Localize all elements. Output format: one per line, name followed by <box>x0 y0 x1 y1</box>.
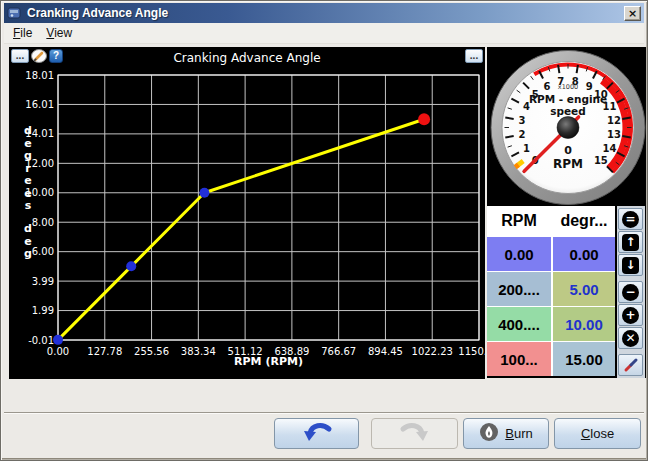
delete-button[interactable]: ✕ <box>618 327 643 349</box>
gauge-number: 12 <box>607 115 621 126</box>
move-down-button[interactable]: ↓ <box>618 254 643 276</box>
app-icon <box>7 6 23 21</box>
table-cell-r2c0[interactable]: 400.... <box>487 307 551 341</box>
table-cell-r2c1[interactable]: 10.00 <box>553 307 615 341</box>
increment-button[interactable]: + <box>618 304 643 326</box>
chart-panel: 0.00127.78255.56383.34511.12638.89766.67… <box>9 47 485 379</box>
column-header-degrees: degr... <box>553 206 615 236</box>
undo-icon <box>301 421 333 446</box>
gauge-number: 6 <box>543 81 550 92</box>
curve-plot-svg: 0.00127.78255.56383.34511.12638.89766.67… <box>9 47 485 379</box>
close-button[interactable]: Close <box>554 418 641 449</box>
redo-icon <box>399 421 431 446</box>
table-cell-r1c1[interactable]: 5.00 <box>553 272 615 306</box>
gauge-major-tick <box>505 136 513 137</box>
y-axis-label: d e g r e e s <box>19 125 37 213</box>
plot-border <box>58 75 479 340</box>
gauge-major-tick <box>577 65 578 73</box>
move-up-icon: ↑ <box>622 234 639 251</box>
help-icon[interactable]: ? <box>49 49 63 63</box>
y-tick-label: 16.01 <box>25 99 54 110</box>
column-header-rpm: RPM <box>487 206 551 236</box>
x-axis-edit-button[interactable]: ... <box>11 49 29 63</box>
table-cell-r3c0[interactable]: 100... <box>487 342 551 376</box>
gauge-title-line1: RPM - engine <box>529 93 607 105</box>
y-tick-label: 1.99 <box>32 305 54 316</box>
rpm-gauge: 0123456789101112131415 x1000 RPM - engin… <box>487 47 646 206</box>
edit-pencil-button[interactable] <box>618 354 643 376</box>
question-glyph: ? <box>53 50 59 61</box>
gauge-major-tick <box>558 65 559 73</box>
gauge-major-tick <box>622 118 630 119</box>
gauge-number: 14 <box>602 143 616 154</box>
table-cell-r0c1[interactable]: 0.00 <box>553 237 615 271</box>
burn-label: Burn <box>505 426 532 441</box>
close-icon: × <box>628 8 637 19</box>
dialog-window: Cranking Advance Angle × File View 0.001… <box>0 0 648 461</box>
curve-table-panel: RPM degr... 0.000.00200....5.00400....10… <box>487 206 646 378</box>
chart-title: Cranking Advance Angle <box>9 51 485 65</box>
close-window-button[interactable]: × <box>624 6 641 21</box>
gauge-marker-outer <box>515 165 518 167</box>
gauge-number: 1 <box>523 143 530 154</box>
pencil-edit-icon[interactable] <box>31 49 48 63</box>
menu-view[interactable]: View <box>41 24 81 42</box>
curve-point[interactable] <box>53 335 63 345</box>
curve-table: RPM degr... 0.000.00200....5.00400....10… <box>487 206 615 376</box>
titlebar: Cranking Advance Angle × <box>4 3 644 23</box>
curve-line <box>58 119 424 340</box>
gauge-value: 0 <box>564 144 572 157</box>
set-equal-icon: = <box>622 211 639 228</box>
y-axis-units-label: d e g <box>19 223 37 261</box>
curve-point[interactable] <box>126 261 136 271</box>
gauge-panel: 0123456789101112131415 x1000 RPM - engin… <box>487 47 646 206</box>
footer-divider <box>4 412 644 414</box>
redo-button <box>371 418 458 449</box>
burn-icon <box>479 422 499 445</box>
gauge-number: 2 <box>519 129 526 140</box>
table-toolbar: =↑↓−+✕ <box>617 206 645 378</box>
dots-icon: ... <box>16 50 24 61</box>
set-equal-button[interactable]: = <box>618 208 643 230</box>
menu-file[interactable]: File <box>8 24 41 42</box>
gauge-units: RPM <box>553 157 583 171</box>
burn-button[interactable]: Burn <box>463 418 549 449</box>
delete-icon: ✕ <box>622 330 639 347</box>
gauge-number: 9 <box>586 81 593 92</box>
dots-icon: ... <box>470 50 478 61</box>
y-axis-edit-button[interactable]: ... <box>465 49 483 63</box>
y-tick-label: -0.01 <box>28 335 54 346</box>
gauge-major-tick <box>622 136 630 137</box>
move-up-button[interactable]: ↑ <box>618 231 643 253</box>
y-tick-label: 3.99 <box>32 276 54 287</box>
gauge-hub <box>557 117 579 139</box>
pencil-icon <box>622 356 640 374</box>
gauge-title-line2: speed <box>550 105 586 117</box>
gauge-major-tick <box>505 118 513 119</box>
decrement-button[interactable]: − <box>618 281 643 303</box>
curve-point[interactable] <box>418 113 430 125</box>
y-tick-label: 18.01 <box>25 70 54 81</box>
table-cell-r3c1[interactable]: 15.00 <box>553 342 615 376</box>
table-cell-r1c0[interactable]: 200.... <box>487 272 551 306</box>
gauge-number: 15 <box>594 155 608 166</box>
undo-button[interactable] <box>274 418 359 449</box>
decrement-icon: − <box>622 284 639 301</box>
x-axis-label: RPM (RPM) <box>58 355 479 368</box>
gauge-number: 3 <box>519 115 526 126</box>
menubar: File View <box>4 23 644 44</box>
gauge-multiplier: x1000 <box>558 83 578 91</box>
move-down-icon: ↓ <box>622 257 639 274</box>
curve-point[interactable] <box>199 188 209 198</box>
increment-icon: + <box>622 307 639 324</box>
window-title: Cranking Advance Angle <box>27 6 624 20</box>
gauge-number: 13 <box>607 129 621 140</box>
close-label: Close <box>581 426 614 441</box>
table-cell-r0c0[interactable]: 0.00 <box>487 237 551 271</box>
